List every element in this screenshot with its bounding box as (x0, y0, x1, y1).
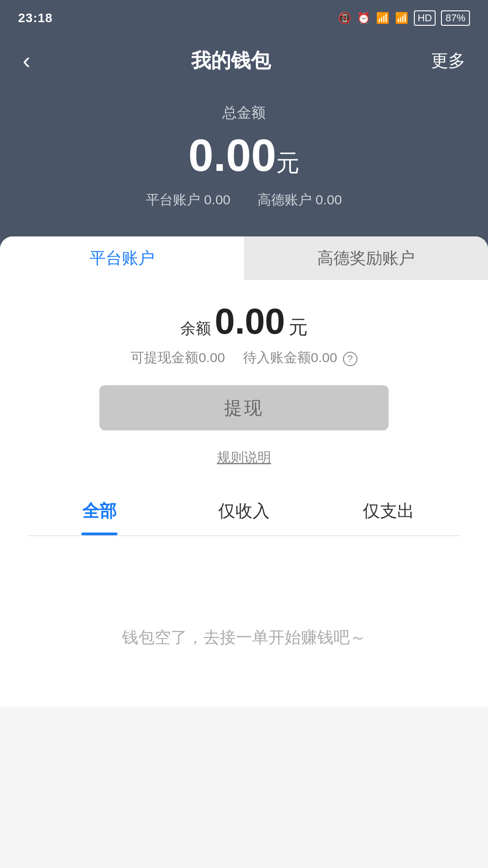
page-title: 我的钱包 (191, 47, 271, 74)
transaction-tabs: 全部 仅收入 仅支出 (27, 489, 461, 536)
phone-icon: 📵 (338, 12, 352, 24)
total-amount-value: 0.00 (188, 130, 277, 180)
total-amount: 0.00元 (0, 130, 488, 180)
withdrawable-label: 可提现金额0.00 (131, 349, 225, 367)
balance-unit: 元 (289, 315, 308, 340)
total-unit: 元 (276, 150, 300, 176)
gaode-account-label: 高德账户 0.00 (258, 191, 342, 209)
status-icons: 📵 ⏰ 📶 📶 HD 87% (338, 10, 470, 26)
tab-gaode-account[interactable]: 高德奖励账户 (244, 236, 488, 280)
empty-state: 钱包空了，去接一单开始赚钱吧～ (27, 536, 461, 685)
balance-label: 余额 (180, 318, 211, 339)
account-tabs: 平台账户 高德奖励账户 (0, 236, 488, 280)
nav-bar: ‹ 我的钱包 更多 (0, 36, 488, 85)
hd-icon: HD (414, 10, 436, 26)
total-label: 总金额 (0, 103, 488, 123)
header-section: 总金额 0.00元 平台账户 0.00 高德账户 0.00 (0, 85, 488, 236)
balance-row: 余额 0.00 元 (27, 302, 461, 341)
pending-label: 待入账金额0.00 ? (243, 349, 357, 367)
main-content: 余额 0.00 元 可提现金额0.00 待入账金额0.00 ? 提现 规则说明 … (0, 280, 488, 707)
status-bar: 23:18 📵 ⏰ 📶 📶 HD 87% (0, 0, 488, 36)
tab-expense-only[interactable]: 仅支出 (316, 489, 461, 535)
tab-platform-account[interactable]: 平台账户 (0, 236, 244, 280)
tab-income-only[interactable]: 仅收入 (172, 489, 316, 535)
balance-section: 余额 0.00 元 可提现金额0.00 待入账金额0.00 ? (27, 302, 461, 367)
balance-detail: 可提现金额0.00 待入账金额0.00 ? (27, 349, 461, 367)
back-button[interactable]: ‹ (23, 49, 30, 72)
withdraw-button[interactable]: 提现 (99, 385, 389, 430)
wifi-icon: 📶 (376, 12, 389, 24)
sub-accounts: 平台账户 0.00 高德账户 0.00 (0, 191, 488, 209)
clock-icon: ⏰ (357, 12, 371, 24)
signal-icon: 📶 (395, 12, 408, 24)
rules-link[interactable]: 规则说明 (27, 448, 461, 467)
account-tabs-wrapper: 平台账户 高德奖励账户 (0, 236, 488, 280)
empty-message: 钱包空了，去接一单开始赚钱吧～ (122, 628, 366, 646)
more-button[interactable]: 更多 (431, 49, 465, 72)
platform-account-label: 平台账户 0.00 (146, 191, 230, 209)
info-icon[interactable]: ? (343, 352, 357, 366)
tab-all[interactable]: 全部 (27, 489, 172, 535)
balance-amount: 0.00 (215, 302, 285, 341)
status-time: 23:18 (18, 11, 53, 25)
battery-icon: 87% (441, 10, 470, 26)
